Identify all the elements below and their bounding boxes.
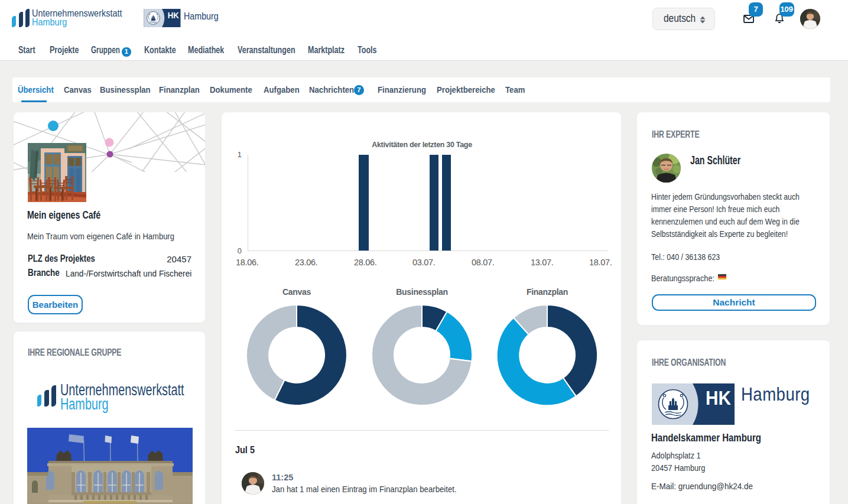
svg-text:HK: HK [168,10,179,20]
svg-text:HK: HK [706,386,731,409]
